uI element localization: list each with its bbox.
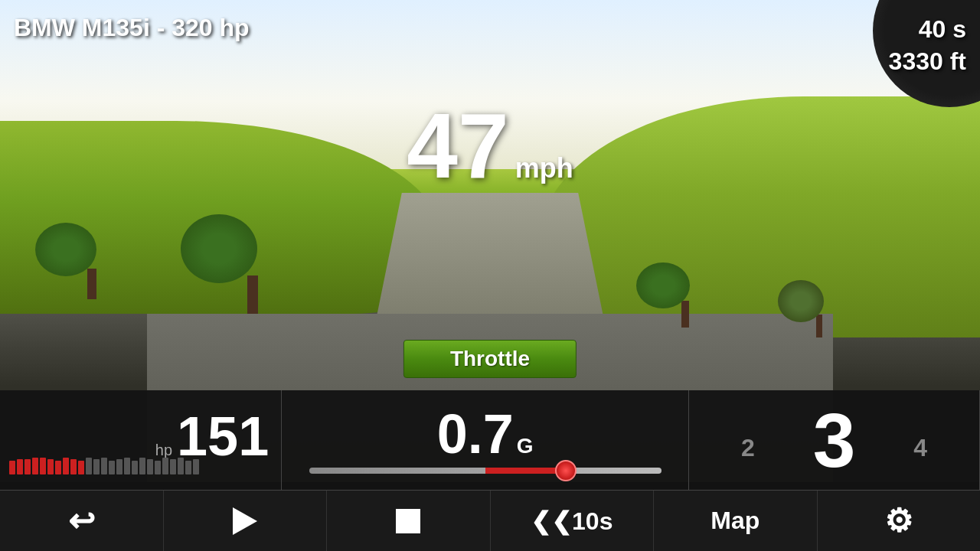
distance: 3330 ft: [889, 46, 966, 78]
play-icon: [233, 507, 257, 535]
back-icon: ↩: [68, 502, 95, 540]
tree-4: [796, 272, 842, 337]
gforce-display: 0.7 G: [437, 406, 534, 461]
speed-unit: mph: [515, 152, 573, 184]
gforce-unit: G: [517, 434, 534, 458]
hp-panel: hp 151: [0, 390, 282, 490]
gforce-slider: [309, 468, 662, 474]
stop-icon: [396, 509, 420, 533]
rewind-button[interactable]: ❮❮10s: [491, 491, 655, 551]
gforce-value: 0.7: [437, 406, 514, 461]
hud-stats: 40 s 3330 ft: [889, 14, 966, 77]
car-title: BMW M135i - 320 hp: [14, 14, 250, 42]
hp-value: 151: [177, 409, 269, 464]
hp-bar: [9, 458, 272, 474]
hp-bar-seg: [9, 461, 15, 474]
speed-value: 47: [407, 99, 508, 191]
settings-icon: ⚙: [884, 502, 913, 540]
data-panels: hp 151: [0, 390, 980, 490]
play-button[interactable]: [164, 491, 328, 551]
tree-1: [61, 215, 122, 299]
speed-display: 47 mph: [407, 99, 573, 191]
map-button[interactable]: Map: [654, 491, 818, 551]
gear-panel: 2 3 4: [689, 390, 980, 490]
toolbar: ↩ ❮❮10s Map ⚙: [0, 490, 980, 551]
stop-button[interactable]: [327, 491, 491, 551]
elapsed-time: 40 s: [889, 14, 966, 46]
hp-label: hp: [155, 442, 172, 459]
gear-current: 3: [813, 402, 856, 478]
settings-button[interactable]: ⚙: [818, 491, 981, 551]
map-label: Map: [710, 507, 760, 535]
gforce-panel: 0.7 G: [282, 390, 689, 490]
gear-next: 4: [913, 434, 927, 462]
slider-fill-right: [485, 468, 563, 474]
tree-2: [214, 207, 291, 314]
throttle-label: Throttle: [403, 340, 577, 378]
slider-track: [309, 468, 662, 474]
car-name-text: BMW M135i - 320 hp: [14, 14, 250, 41]
back-button[interactable]: ↩: [0, 491, 164, 551]
tree-3: [658, 255, 712, 328]
gear-prev: 2: [741, 434, 755, 462]
rewind-label: ❮❮10s: [531, 507, 612, 536]
slider-thumb: [555, 460, 577, 481]
